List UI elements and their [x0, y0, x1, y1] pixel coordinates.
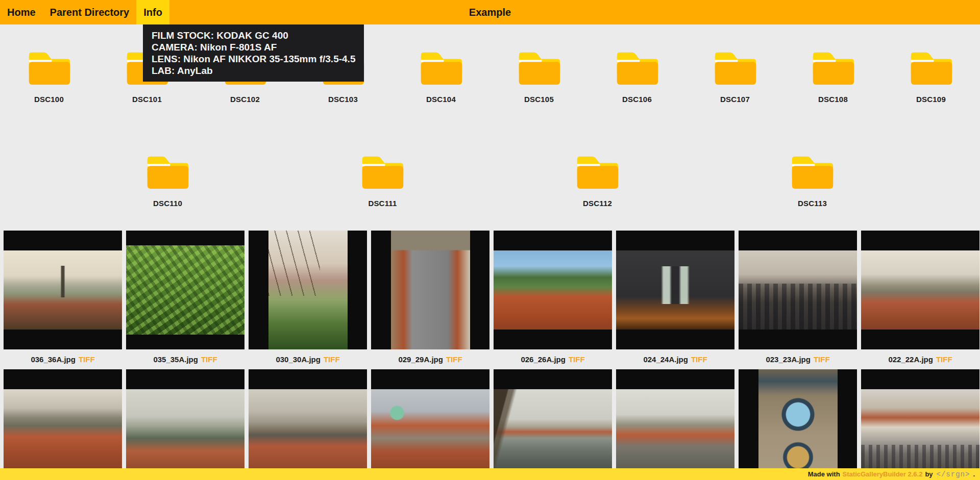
nav-item-home[interactable]: Home — [0, 0, 43, 24]
thumbnail-label: 029_29A.jpgTIFF — [371, 349, 489, 369]
thumbnail[interactable]: 024_24A.jpgTIFF — [616, 231, 734, 369]
thumbnail-format-badge[interactable]: TIFF — [814, 355, 830, 364]
thumbnail-image-aerial-square — [391, 231, 470, 349]
footer-brand-link[interactable]: </srgn> — [937, 470, 970, 478]
folder-label: DSC104 — [426, 94, 456, 104]
folder-item-dsc106[interactable]: DSC106 — [588, 47, 686, 104]
thumbnail-label: 024_24A.jpgTIFF — [616, 349, 734, 369]
folder-item-dsc112[interactable]: DSC112 — [549, 151, 647, 208]
thumbnail[interactable]: 026_26A.jpgTIFF — [494, 231, 612, 369]
folder-item-dsc104[interactable]: DSC104 — [392, 47, 490, 104]
footer-made-with-text: Made with — [808, 470, 840, 478]
thumbnail-image-astro-clock — [758, 369, 838, 480]
thumbnail-format-badge[interactable]: TIFF — [936, 355, 952, 364]
thumbnail-filename: 026_26A.jpg — [521, 355, 566, 364]
info-line: CAMERA: Nikon F-801S AF — [152, 41, 355, 53]
folder-icon — [612, 47, 662, 86]
thumbnail[interactable]: 035_35A.jpgTIFF — [126, 231, 244, 369]
folder-label: DSC109 — [916, 94, 946, 104]
thumbnail-image-city-bridge — [249, 389, 367, 468]
folder-item-dsc100[interactable]: DSC100 — [0, 47, 98, 104]
footer-by-text: by — [925, 470, 933, 478]
thumbnail-filename: 024_24A.jpg — [643, 355, 688, 364]
info-line: LENS: Nikon AF NIKKOR 35-135mm f/3.5-4.5 — [152, 53, 355, 65]
thumbnail-image-bridge-crowd — [739, 250, 857, 330]
footer-suffix-text: . — [973, 470, 975, 478]
thumbnail[interactable] — [494, 369, 612, 480]
thumbnail-format-badge[interactable]: TIFF — [569, 355, 585, 364]
thumbnail-frame — [249, 231, 367, 349]
thumbnail[interactable]: 029_29A.jpgTIFF — [371, 231, 489, 369]
thumbnail-image-roofs-hill — [494, 250, 612, 330]
thumbnail-filename: 022_22A.jpg — [888, 355, 933, 364]
thumbnail-frame — [371, 369, 489, 480]
folder-icon — [358, 151, 407, 190]
thumbnail[interactable] — [861, 369, 979, 480]
thumbnail[interactable]: 023_23A.jpgTIFF — [739, 231, 857, 369]
thumbnail-image-bridge-statue — [494, 389, 612, 468]
thumbnail[interactable] — [4, 369, 122, 480]
thumbnail-frame — [616, 231, 734, 349]
thumbnail-image-trees-over-city — [268, 231, 348, 349]
thumbnail-label: 022_22A.jpgTIFF — [861, 349, 979, 369]
thumbnail-image-castle-roofs — [4, 389, 122, 468]
thumbnail-image-roofs-dome — [371, 389, 489, 468]
thumbnail[interactable] — [126, 369, 244, 480]
thumbnail-filename: 036_36A.jpg — [31, 355, 76, 364]
nav-item-info[interactable]: Info — [136, 0, 169, 24]
thumbnail-label: 026_26A.jpgTIFF — [494, 349, 612, 369]
thumbnail-image-foliage — [126, 245, 244, 335]
thumbnail-frame — [371, 231, 489, 349]
folder-label: DSC105 — [524, 94, 554, 104]
thumbnail-format-badge[interactable]: TIFF — [79, 355, 95, 364]
thumbnail-frame — [126, 369, 244, 480]
thumbnail-frame — [126, 231, 244, 349]
nav-items: HomeParent DirectoryInfo — [0, 0, 169, 24]
folder-item-dsc108[interactable]: DSC108 — [784, 47, 882, 104]
thumbnail[interactable] — [371, 369, 489, 480]
info-line: LAB: AnyLab — [152, 65, 355, 77]
nav-item-parent-directory[interactable]: Parent Directory — [43, 0, 137, 24]
footer-builder-link[interactable]: StaticGalleryBuilder 2.6.2 — [843, 470, 923, 478]
thumbnail-frame — [739, 369, 857, 480]
folder-item-dsc111[interactable]: DSC111 — [334, 151, 432, 208]
thumbnail-frame — [4, 369, 122, 480]
folder-row-2: DSC110DSC111DSC112DSC113 — [0, 151, 980, 208]
thumbnail[interactable]: 022_22A.jpgTIFF — [861, 231, 979, 369]
thumbnail-filename: 023_23A.jpg — [766, 355, 811, 364]
thumbnail-image-city-spire — [4, 250, 122, 330]
folder-icon — [808, 47, 858, 86]
thumbnail[interactable]: 030_30A.jpgTIFF — [249, 231, 367, 369]
thumbnail-label: 036_36A.jpgTIFF — [4, 349, 122, 369]
folder-icon — [906, 47, 956, 86]
thumbnail-frame — [739, 231, 857, 349]
folder-label: DSC100 — [34, 94, 64, 104]
folder-label: DSC107 — [720, 94, 750, 104]
thumbnail-format-badge[interactable]: TIFF — [324, 355, 340, 364]
thumbnail-format-badge[interactable]: TIFF — [201, 355, 217, 364]
folder-label: DSC112 — [583, 198, 612, 208]
thumbnail-filename: 029_29A.jpg — [398, 355, 443, 364]
thumbnail-filename: 035_35A.jpg — [153, 355, 198, 364]
thumbnail-label: 030_30A.jpgTIFF — [249, 349, 367, 369]
folder-item-dsc109[interactable]: DSC109 — [882, 47, 980, 104]
folder-label: DSC101 — [132, 94, 162, 104]
gallery-row-1: 036_36A.jpgTIFF035_35A.jpgTIFF030_30A.jp… — [0, 231, 980, 369]
folder-item-dsc105[interactable]: DSC105 — [490, 47, 588, 104]
thumbnail-filename: 030_30A.jpg — [276, 355, 321, 364]
thumbnail[interactable] — [739, 369, 857, 480]
folder-icon — [788, 151, 837, 190]
folder-icon — [710, 47, 760, 86]
thumbnail[interactable] — [616, 369, 734, 480]
thumbnail-label: 035_35A.jpgTIFF — [126, 349, 244, 369]
folder-item-dsc110[interactable]: DSC110 — [119, 151, 217, 208]
thumbnail[interactable]: 036_36A.jpgTIFF — [4, 231, 122, 369]
info-tooltip: FILM STOCK: KODAK GC 400CAMERA: Nikon F-… — [143, 24, 364, 82]
thumbnail-image-river-castle — [616, 389, 734, 468]
folder-item-dsc107[interactable]: DSC107 — [686, 47, 784, 104]
thumbnail-format-badge[interactable]: TIFF — [446, 355, 462, 364]
thumbnail-format-badge[interactable]: TIFF — [691, 355, 707, 364]
folder-item-dsc113[interactable]: DSC113 — [764, 151, 862, 208]
thumbnail[interactable] — [249, 369, 367, 480]
thumbnail-frame — [4, 231, 122, 349]
